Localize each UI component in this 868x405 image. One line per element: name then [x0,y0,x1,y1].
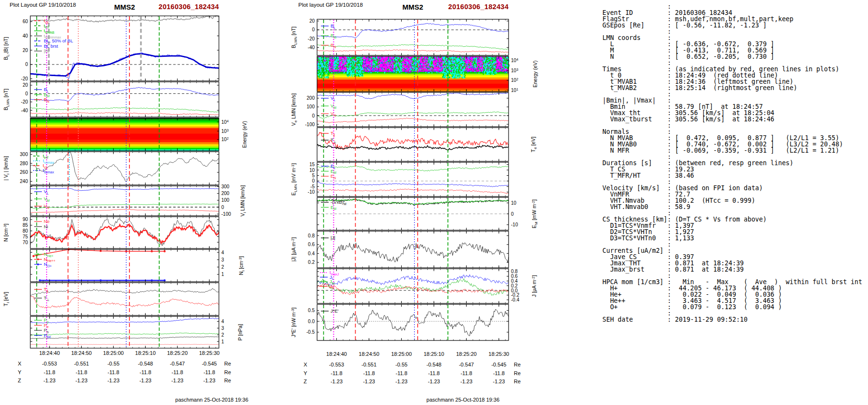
left-series-VN [30,209,219,213]
svg-text:ELMN [mV m-1]: ELMN [mV m-1] [291,163,298,196]
mid-series-EL [317,182,509,187]
svg-text:-0.548: -0.548 [426,362,441,367]
svg-text:101: 101 [511,88,518,93]
svg-text:BM: BM [331,33,336,39]
svg-text:X: X [18,361,22,366]
svg-text:18:25:20: 18:25:20 [456,351,477,357]
svg-text:103: 103 [221,129,229,134]
svg-text:18:25:00: 18:25:00 [103,350,124,356]
svg-text:-10: -10 [308,189,315,195]
left-panel-ti: Ti [eV]T∥T⊥ [3,283,219,315]
svg-text:0.6: 0.6 [308,242,315,247]
mid-panel-j-lmn: -0.4-0.20.00.20.40.60.8J [μA m-2]tmaxJJL… [317,269,537,303]
mid-panel-jmag: 0.20.40.60.8|J| [μA m-2]|J| [291,231,509,268]
left-panel-ion-spectrogram: 104103102Energy (eV) [30,118,247,151]
svg-text:-100: -100 [221,211,231,217]
svg-text:Ne: Ne [44,219,50,224]
svg-text:2: 2 [221,264,224,270]
svg-text:VN: VN [331,111,336,117]
svg-text:Re: Re [514,362,521,367]
svg-text:240: 240 [20,179,28,184]
svg-text:-40: -40 [308,45,315,50]
svg-text:18:25:00: 18:25:00 [391,351,412,357]
svg-text:18:24:50: 18:24:50 [359,351,380,357]
svg-text:0: 0 [511,211,514,217]
svg-text:Re: Re [224,361,231,366]
svg-text:BLMN [nT]: BLMN [nT] [291,26,298,48]
svg-text:BL: BL [331,23,335,29]
svg-text:-0.548: -0.548 [138,361,153,366]
svg-text:VL: VL [44,189,49,195]
left-time-axis: 18:24:4018:24:5018:25:0018:25:1018:25:20… [39,350,219,356]
svg-text:BN: BN [331,42,336,49]
svg-text:EM: EM [331,205,336,211]
left-series-BLbrst [30,52,219,79]
svg-text:-0.55: -0.55 [107,361,119,366]
svg-text:-0.551: -0.551 [361,362,376,367]
left-series-VL [30,188,219,191]
svg-text:-1.23: -1.23 [493,379,505,384]
svg-text:-1.23: -1.23 [107,378,119,383]
svg-text:70: 70 [23,240,28,245]
svg-text:18:25:10: 18:25:10 [423,351,444,357]
svg-text:102: 102 [221,137,229,142]
svg-text:-11.8: -11.8 [44,369,55,375]
mid-panel-ve-lmn: -1000100200Ve LMN [km/s]VLVMVN [291,92,509,127]
svg-text:-1.23: -1.23 [76,378,88,383]
svg-text:J*E' [nW m-3]: J*E' [nW m-3] [291,308,296,338]
svg-text:-11.8: -11.8 [108,369,119,375]
left-series-Ni [30,218,219,246]
svg-text:0.8: 0.8 [511,269,518,274]
mid-series-JL [317,274,509,286]
left-panel-density: 7075808590N [cm-3]NeNi [3,217,219,248]
svg-text:-1.23: -1.23 [363,379,375,384]
mid-series-BM [317,44,509,49]
svg-text:60: 60 [23,19,28,24]
svg-text:15: 15 [309,162,315,167]
svg-text:-20: -20 [21,99,28,105]
svg-text:BL,|B| [nT]: BL,|B| [nT] [3,37,10,60]
svg-text:300: 300 [221,184,230,189]
svg-text:3: 3 [221,326,224,331]
svg-text:|J|: |J| [331,235,335,240]
mid-series-VeN [317,118,509,123]
left-panel-blmn: -40-20020BLMN [nT]BLBMBN [3,82,219,117]
svg-text:10: 10 [511,200,517,206]
svg-text:-0.547: -0.547 [170,361,185,366]
svg-text:-1.23: -1.23 [428,379,440,384]
svg-text:Re: Re [514,379,521,384]
svg-text:-1.23: -1.23 [171,378,183,383]
svg-text:T∥: T∥ [331,131,335,137]
svg-text:-20: -20 [21,76,28,81]
svg-text:0: 0 [312,178,315,183]
svg-text:0: 0 [221,205,224,210]
left-plot-canvas: -200204060BL,|B| [nT]tcstHTtMVABtBLminma… [0,0,255,405]
svg-text:-0.55: -0.55 [396,362,408,367]
svg-text:103: 103 [511,68,518,73]
svg-text:Energy (eV): Energy (eV) [242,121,247,148]
svg-text:N [cm-3]: N [cm-3] [3,223,9,242]
left-plot: Plot Layout GP 19/10/2018 MMS2 20160306_… [0,0,255,405]
svg-text:| Vi | [km/s]: | Vi | [km/s] [3,156,10,181]
left-series-VM [30,204,219,209]
svg-text:-11.8: -11.8 [331,370,342,376]
left-panel-vi-lmn: -1000100200300Vi LMN [km/s]VLVMVN [30,184,247,217]
svg-text:0.8: 0.8 [308,233,315,238]
mid-panel-em-poynting: -10010EM [mW m-2]-(VxB)MEM [317,197,538,230]
svg-text:200: 200 [221,191,230,196]
svg-text:1: 1 [221,339,224,344]
svg-text:Ve LMN [km/s]: Ve LMN [km/s] [291,93,298,126]
svg-text:-0.553: -0.553 [42,361,57,366]
mid-series-VeM [317,112,509,119]
left-panel-pressure: 1234P [nPa]PpPePbPtot [30,316,243,348]
svg-text:85: 85 [23,222,28,228]
mid-series-Teperp [317,144,509,150]
svg-text:18:25:10: 18:25:10 [135,350,156,356]
left-position-row-Y: Y-11.8-11.8-11.8-11.8-11.8-11.8Re [18,369,231,375]
svg-text:20: 20 [309,18,315,24]
svg-text:VL: VL [331,95,335,102]
svg-text:-0.551: -0.551 [74,361,89,366]
svg-text:-0.547: -0.547 [459,362,474,367]
svg-text:4: 4 [221,250,224,255]
svg-text:|J| [μA m-2]: |J| [μA m-2] [291,237,296,262]
